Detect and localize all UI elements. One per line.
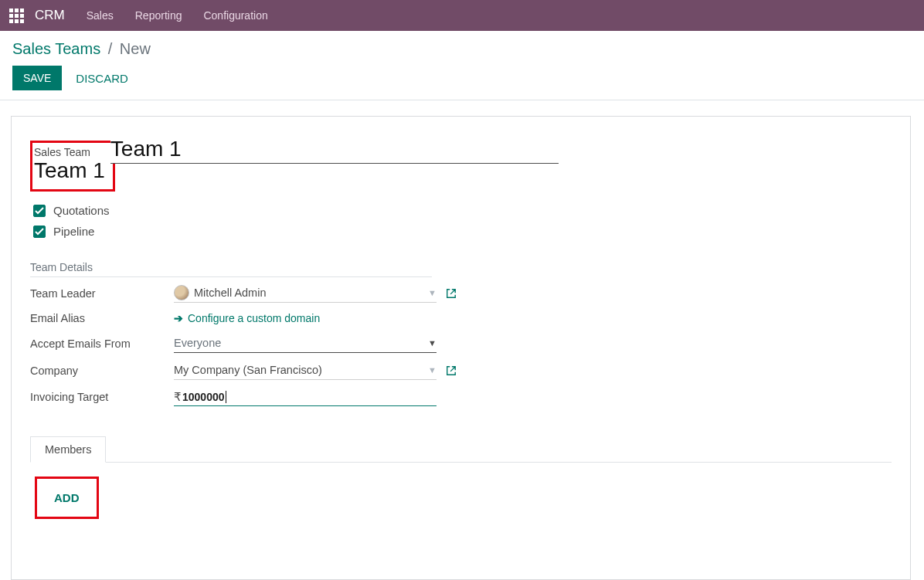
accept-emails-label: Accept Emails From (30, 337, 174, 350)
highlight-add-box: ADD (35, 477, 99, 519)
team-leader-cell: ▼ (174, 283, 437, 303)
chevron-down-icon[interactable]: ▼ (428, 288, 437, 297)
apps-icon[interactable] (9, 8, 24, 23)
tab-members[interactable]: Members (30, 436, 106, 463)
add-member-button[interactable]: ADD (54, 491, 80, 504)
save-button[interactable]: SAVE (12, 66, 62, 90)
title-label: Sales Team (34, 146, 105, 158)
checkbox-group: Quotations Pipeline (33, 204, 892, 238)
team-leader-label: Team Leader (30, 287, 174, 300)
navbar: CRM Sales Reporting Configuration (0, 0, 924, 31)
control-bar: Sales Teams / New SAVE DISCARD (0, 31, 924, 100)
accept-emails-cell: ▼ (174, 334, 437, 353)
email-alias-cell: ➔ Configure a custom domain (174, 310, 437, 326)
accept-emails-row: Accept Emails From ▼ (30, 334, 892, 353)
invoicing-target-cell: ₹ 1000000 (174, 388, 437, 406)
quotations-checkbox[interactable] (33, 205, 46, 217)
arrow-right-icon: ➔ (174, 312, 183, 324)
team-leader-input[interactable] (194, 285, 425, 300)
nav-link-reporting[interactable]: Reporting (135, 9, 182, 22)
form-sheet: Sales Team Team 1 Quotations Pipeline Te… (11, 116, 911, 580)
email-alias-row: Email Alias ➔ Configure a custom domain (30, 310, 892, 326)
external-link-icon[interactable] (446, 365, 457, 376)
currency-symbol: ₹ (174, 390, 182, 404)
company-input[interactable] (174, 362, 425, 378)
pipeline-label: Pipeline (53, 225, 94, 238)
breadcrumb-root[interactable]: Sales Teams (12, 40, 100, 57)
accept-emails-select[interactable] (174, 335, 425, 351)
company-cell: ▼ (174, 361, 437, 380)
invoicing-target-row: Invoicing Target ₹ 1000000 (30, 388, 892, 406)
highlight-title-box: Sales Team Team 1 (30, 141, 115, 192)
brand-title[interactable]: CRM (35, 8, 65, 23)
form-wrapper: Sales Team Team 1 Quotations Pipeline Te… (0, 100, 924, 580)
invoicing-target-label: Invoicing Target (30, 391, 174, 403)
configure-domain-text: Configure a custom domain (188, 312, 320, 324)
configure-domain-link[interactable]: ➔ Configure a custom domain (174, 312, 320, 324)
team-leader-row: Team Leader ▼ (30, 283, 892, 303)
section-team-details: Team Details (30, 261, 432, 277)
chevron-down-icon[interactable]: ▼ (428, 365, 437, 375)
discard-button[interactable]: DISCARD (76, 72, 128, 85)
breadcrumb: Sales Teams / New (12, 40, 912, 58)
company-row: Company ▼ (30, 361, 892, 380)
pipeline-checkbox[interactable] (33, 226, 46, 238)
avatar-icon (174, 285, 189, 300)
tabs: Members (30, 436, 892, 463)
company-label: Company (30, 365, 174, 377)
chevron-down-icon[interactable]: ▼ (428, 338, 437, 348)
tab-body-members: ADD (30, 463, 892, 533)
external-link-icon[interactable] (446, 288, 457, 299)
quotations-label: Quotations (53, 204, 110, 217)
team-name-input[interactable] (110, 135, 559, 164)
email-alias-label: Email Alias (30, 312, 174, 324)
nav-link-configuration[interactable]: Configuration (203, 9, 267, 22)
title-display: Team 1 (34, 158, 105, 183)
pipeline-row: Pipeline (33, 225, 892, 238)
quotations-row: Quotations (33, 204, 892, 217)
action-buttons: SAVE DISCARD (12, 66, 912, 90)
invoicing-target-value: 1000000 (182, 391, 225, 403)
breadcrumb-current: New (120, 40, 151, 57)
breadcrumb-separator: / (108, 40, 113, 57)
nav-link-sales[interactable]: Sales (87, 9, 114, 22)
